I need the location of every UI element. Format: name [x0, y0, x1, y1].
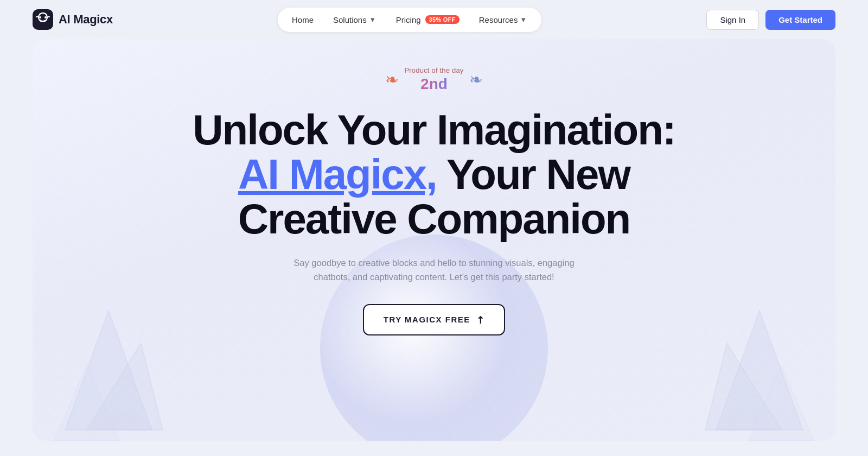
logo-text: AI Magicx [59, 12, 113, 27]
nav-item-solutions[interactable]: Solutions ▾ [324, 11, 385, 29]
nav-item-resources[interactable]: Resources ▾ [470, 11, 537, 29]
chevron-down-icon-resources: ▾ [520, 16, 527, 23]
badge-text: Product of the day 2nd [404, 66, 463, 93]
svg-point-2 [39, 16, 41, 18]
nav-resources-label: Resources [479, 15, 518, 24]
sign-in-button[interactable]: Sign In [706, 10, 759, 30]
product-day-rank: 2nd [420, 75, 448, 93]
hero-headline: Unlock Your Imagination: AI Magicx, Your… [193, 108, 675, 242]
navbar: AI Magicx Home Solutions ▾ Pricing 35% O… [0, 0, 868, 39]
try-free-label: TRY MAGICX FREE [384, 315, 470, 324]
logo-icon [33, 9, 53, 30]
logo[interactable]: AI Magicx [33, 9, 113, 30]
arrow-icon: ↗ [473, 312, 487, 327]
product-of-day-badge: ❧ Product of the day 2nd ❧ [385, 66, 482, 93]
get-started-button[interactable]: Get Started [765, 10, 835, 30]
pricing-discount-badge: 35% OFF [425, 15, 459, 24]
headline-line1: Unlock Your Imagination: [193, 106, 675, 154]
try-free-button[interactable]: TRY MAGICX FREE ↗ [363, 304, 506, 335]
svg-rect-0 [33, 9, 53, 30]
svg-point-3 [44, 16, 47, 18]
nav-actions: Sign In Get Started [706, 10, 835, 30]
product-day-label: Product of the day [404, 66, 463, 75]
nav-item-home[interactable]: Home [283, 11, 322, 29]
hero-section: ❧ Product of the day 2nd ❧ Unlock Your I… [33, 39, 835, 441]
laurel-right-icon: ❧ [469, 72, 483, 88]
bg-triangle-right [694, 278, 814, 441]
hero-subtitle: Say goodbye to creative blocks and hello… [282, 256, 586, 284]
headline-line4: Creative Companion [238, 195, 630, 243]
hero-content: ❧ Product of the day 2nd ❧ Unlock Your I… [193, 66, 675, 335]
nav-item-pricing[interactable]: Pricing 35% OFF [387, 11, 468, 29]
nav-pricing-label: Pricing [396, 15, 421, 24]
laurel-left-icon: ❧ [385, 72, 399, 88]
nav-solutions-label: Solutions [333, 15, 367, 24]
bg-triangle-left [54, 278, 174, 441]
nav-home-label: Home [292, 15, 314, 24]
chevron-down-icon: ▾ [369, 16, 376, 23]
headline-highlight: AI Magicx, [238, 150, 437, 198]
nav-menu: Home Solutions ▾ Pricing 35% OFF Resourc… [278, 8, 541, 32]
headline-line3: Your New [446, 150, 630, 198]
